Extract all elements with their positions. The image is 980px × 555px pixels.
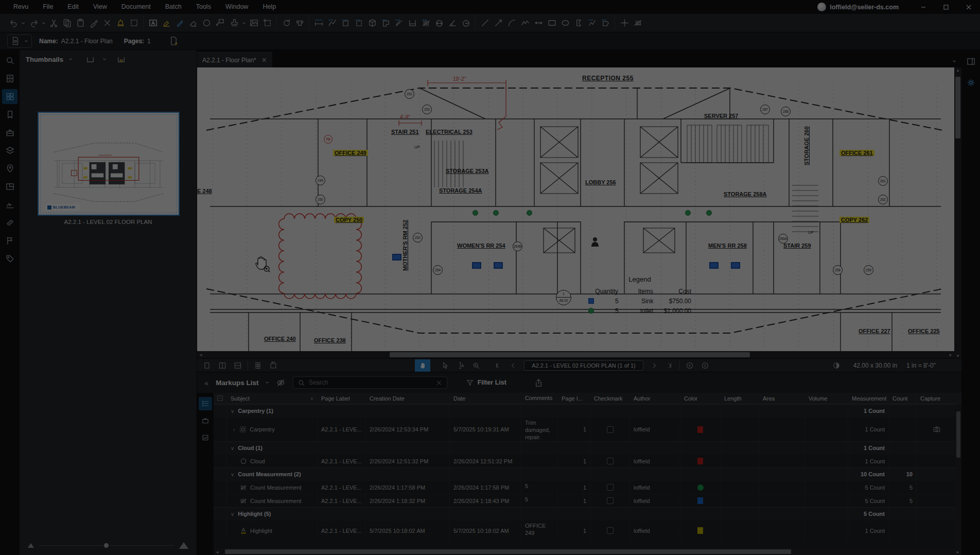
sink-count-markup[interactable]: [731, 262, 740, 269]
split-horizontal-view-icon[interactable]: [230, 359, 246, 372]
col-count[interactable]: Count: [889, 393, 917, 404]
page-thumbnail[interactable]: BLUEBEAM: [38, 112, 180, 216]
scroll-left-icon[interactable]: ◂: [214, 549, 221, 554]
col-comments[interactable]: Comments: [521, 393, 558, 404]
text-box-icon[interactable]: [146, 16, 160, 30]
group-row-count-measurement[interactable]: ∨Count Measurement (2) 10 Count 10: [214, 467, 961, 480]
undo-button[interactable]: [6, 16, 26, 30]
single-page-view-icon[interactable]: [199, 359, 215, 372]
zoom-tool-button[interactable]: [468, 359, 484, 372]
col-area[interactable]: Area: [759, 393, 805, 404]
pdf-page[interactable]: RECEPTION 255 19'-2" SERVER 257 STAIR 25…: [197, 67, 954, 351]
capture-camera-icon[interactable]: [933, 426, 941, 433]
red-dimension-text[interactable]: 4'-9": [400, 114, 410, 120]
highlighted-room-label[interactable]: OFFICE 249: [333, 150, 368, 156]
toilet-count-markup[interactable]: [527, 210, 532, 216]
collapse-group-icon[interactable]: ∨: [231, 472, 234, 477]
calibrate-icon[interactable]: [293, 16, 306, 30]
copy-icon[interactable]: [60, 16, 74, 30]
col-measurement[interactable]: Measurement: [848, 393, 889, 404]
account-email[interactable]: loffield@seiler-ds.com: [830, 4, 899, 11]
expand-row-icon[interactable]: ›: [233, 427, 235, 432]
arc-tool-icon[interactable]: [505, 16, 518, 30]
chevron-down-icon[interactable]: [102, 57, 107, 61]
signatures-panel-icon[interactable]: [2, 197, 18, 212]
polyline-tool-icon[interactable]: [518, 16, 532, 30]
stamp-button[interactable]: [226, 16, 247, 30]
scroll-right-icon[interactable]: ▸: [954, 549, 961, 554]
scroll-left-icon[interactable]: ◂: [197, 352, 204, 357]
ellipse-tool-icon[interactable]: [558, 16, 572, 30]
thumbnail-page-label[interactable]: A2.2.1 - LEVEL 02 FLOOR PLAN: [20, 219, 197, 225]
select-tool-button[interactable]: [437, 359, 453, 372]
links-panel-icon[interactable]: [2, 215, 18, 230]
clear-search-icon[interactable]: [435, 379, 443, 386]
eraser-icon[interactable]: [186, 16, 200, 30]
collapse-group-icon[interactable]: ∨: [231, 445, 234, 451]
scrollbar-thumb[interactable]: [225, 549, 791, 554]
scroll-up-icon[interactable]: ▴: [954, 67, 961, 73]
tab-close-icon[interactable]: ✕: [261, 56, 267, 64]
measure-radius-icon[interactable]: [392, 16, 406, 30]
search-input[interactable]: [309, 379, 432, 386]
red-dimension-text[interactable]: 19'-2": [453, 76, 466, 82]
page-layout-icon[interactable]: [84, 53, 97, 66]
measure-diameter-icon[interactable]: [432, 16, 446, 30]
filter-list-button[interactable]: Filter List: [466, 378, 506, 387]
markup-row-carpentry[interactable]: ›Carpentry A2.2.1 - LEVE... 2/26/2024 12…: [214, 417, 961, 441]
line-tool-icon[interactable]: [478, 16, 492, 30]
col-page-label[interactable]: Page Label: [318, 393, 366, 404]
col-subject[interactable]: Subject∧: [227, 393, 318, 404]
pan-tool-button[interactable]: [415, 359, 430, 372]
markup-row-cloud[interactable]: Cloud A2.2.1 - LEVE... 2/26/2024 12:51:3…: [214, 454, 961, 467]
last-page-icon[interactable]: [662, 359, 677, 372]
arrow-tool-icon[interactable]: [492, 16, 505, 30]
measure-area-icon[interactable]: [339, 16, 352, 30]
revision-cloud-markup[interactable]: [279, 214, 362, 299]
color-swatch[interactable]: [697, 426, 703, 433]
col-checkmark[interactable]: Checkmark: [590, 393, 630, 404]
polygon-tool-icon[interactable]: [572, 16, 585, 30]
delete-icon[interactable]: [100, 16, 114, 30]
sink-count-markup[interactable]: [709, 262, 719, 269]
group-row-carpentry[interactable]: ∨Carpentry (1) 1 Count: [214, 404, 961, 417]
color-swatch[interactable]: [697, 484, 704, 491]
rectangle-tool-icon[interactable]: [545, 16, 558, 30]
scroll-down-icon[interactable]: ▾: [954, 353, 961, 358]
file-access-icon[interactable]: [2, 71, 18, 86]
col-creation-date[interactable]: Creation Date: [366, 393, 450, 404]
toilet-count-markup[interactable]: [706, 210, 712, 216]
group-row-highlight[interactable]: ∨Highlight (5) 5 Count: [214, 507, 961, 520]
markups-list-tab-icon[interactable]: [199, 397, 212, 410]
row-checkbox[interactable]: [607, 527, 614, 534]
select-text-button[interactable]: [453, 359, 468, 372]
add-page-icon[interactable]: [167, 34, 181, 48]
callout-icon[interactable]: [213, 16, 226, 30]
measure-perimeter-icon[interactable]: [352, 16, 365, 30]
col-volume[interactable]: Volume: [805, 393, 848, 404]
color-swatch[interactable]: [697, 527, 703, 534]
markups-search-box[interactable]: [293, 376, 447, 389]
row-checkbox[interactable]: [607, 426, 614, 433]
menu-window[interactable]: Window: [219, 0, 254, 14]
dark-mode-toggle-icon[interactable]: [829, 359, 844, 372]
toilet-count-markup[interactable]: [685, 210, 691, 216]
sketch-polyline-icon[interactable]: [585, 16, 599, 30]
crop-icon[interactable]: [260, 16, 274, 30]
next-view-icon[interactable]: [697, 359, 713, 372]
menu-document[interactable]: Document: [115, 0, 157, 14]
row-checkbox[interactable]: [607, 458, 614, 464]
places-panel-icon[interactable]: [2, 161, 18, 176]
col-color[interactable]: Color: [680, 393, 721, 404]
menu-file[interactable]: File: [37, 0, 59, 14]
red-dimension-markup[interactable]: [399, 80, 506, 130]
markups-flag-icon[interactable]: [2, 233, 18, 248]
measure-cutout-icon[interactable]: [379, 16, 392, 30]
menu-help[interactable]: Help: [256, 0, 282, 14]
tags-panel-icon[interactable]: [2, 251, 18, 266]
col-author[interactable]: Author: [630, 393, 680, 404]
measure-center-radius-icon[interactable]: [459, 16, 472, 30]
previous-view-icon[interactable]: [682, 359, 697, 372]
dimension-tool-icon[interactable]: [532, 16, 545, 30]
col-page-index[interactable]: Page I...: [558, 393, 590, 404]
